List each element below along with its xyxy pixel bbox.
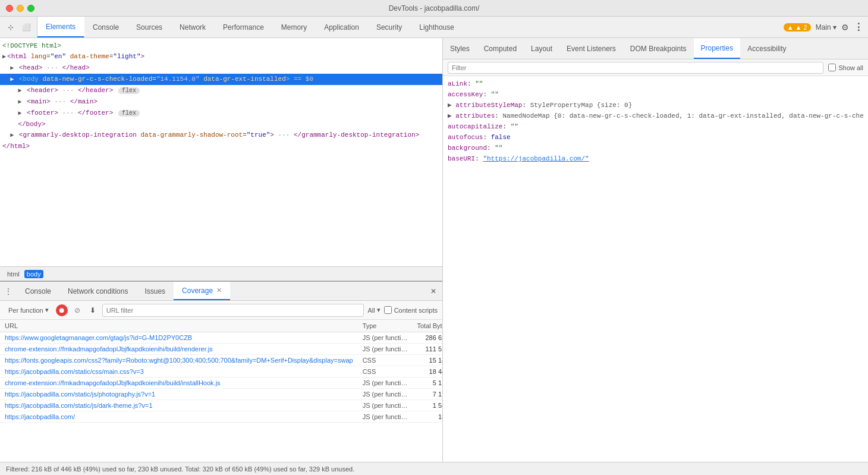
content-scripts-toggle[interactable]: Content scripts <box>384 306 438 314</box>
status-text: Filtered: 216 kB of 446 kB (49%) used so… <box>6 465 354 473</box>
tab-network[interactable]: Network <box>171 17 215 37</box>
row5-total: 5 117 <box>412 378 442 389</box>
tab-properties[interactable]: Properties <box>694 38 741 59</box>
row4-type: CSS <box>358 366 413 378</box>
status-bar: Filtered: 216 kB of 446 kB (49%) used so… <box>0 462 868 475</box>
tree-html-close[interactable]: </html> <box>0 141 442 152</box>
tree-body[interactable]: ▶ <body data-new-gr-c-s-check-loaded="14… <box>0 74 442 85</box>
clear-button[interactable]: ⊘ <box>71 304 83 316</box>
tree-main[interactable]: ▶ <main> ··· </main> <box>0 96 442 108</box>
breadcrumb-body[interactable]: body <box>24 270 43 278</box>
tab-performance[interactable]: Performance <box>215 17 273 37</box>
prop-background: background: "" <box>443 143 868 153</box>
tree-head[interactable]: ▶ <head> ··· </head> <box>0 62 442 74</box>
prop-alink: aLink: "" <box>443 78 868 89</box>
right-panel: Styles Computed Layout Event Listeners D… <box>443 38 868 462</box>
tab-styles[interactable]: Styles <box>443 38 477 59</box>
drawer-more-icon[interactable]: ⋮ <box>0 282 17 300</box>
tab-computed[interactable]: Computed <box>477 38 524 59</box>
tree-grammarly[interactable]: ▶ <grammarly-desktop-integration data-gr… <box>0 130 442 141</box>
tree-body-close[interactable]: </body> <box>0 119 442 130</box>
tab-event-listeners[interactable]: Event Listeners <box>559 38 623 59</box>
row3-url: https://fonts.googleapis.com/css2?family… <box>0 355 358 366</box>
warning-badge[interactable]: ▲ ▲ 2 <box>784 23 811 32</box>
all-filter-dropdown[interactable]: All ▾ <box>367 306 380 314</box>
table-row[interactable]: https://fonts.googleapis.com/css2?family… <box>0 355 442 366</box>
col-type[interactable]: Type <box>358 320 413 332</box>
tree-footer[interactable]: ▶ <footer> ··· </footer> flex <box>0 108 442 119</box>
filter-bar: Show all <box>443 59 868 76</box>
per-function-dropdown[interactable]: Per function ▾ <box>5 305 52 315</box>
table-row[interactable]: chrome-extension://fmkadmapgofadoplJbjfk… <box>0 344 442 355</box>
tab-memory[interactable]: Memory <box>273 17 316 37</box>
row7-type: JS (per functi… <box>358 400 413 411</box>
table-row[interactable]: chrome-extension://fmkadmapgofadoplJbjfk… <box>0 378 442 389</box>
tab-console[interactable]: Console <box>84 17 128 37</box>
col-total-bytes[interactable]: Total Bytes <box>412 320 442 332</box>
tab-layout[interactable]: Layout <box>524 38 559 59</box>
toolbar-icons: ⊹ ⬜ <box>0 17 37 37</box>
content-scripts-label: Content scripts <box>394 307 438 314</box>
prop-attributes[interactable]: ▶ attributes: NamedNodeMap {0: data-new-… <box>443 111 868 121</box>
coverage-close-icon[interactable]: ✕ <box>216 287 222 294</box>
record-button[interactable]: ⏺ <box>56 304 68 316</box>
elements-tree[interactable]: <!DOCTYPE html> ▶<html lang="en" data-th… <box>0 38 442 266</box>
toolbar-right: ▲ ▲ 2 Main ▾ ⚙ ⋮ <box>779 17 868 37</box>
drawer-tab-network-conditions[interactable]: Network conditions <box>59 282 136 300</box>
drawer-tab-coverage[interactable]: Coverage ✕ <box>174 282 230 300</box>
tab-security[interactable]: Security <box>368 17 411 37</box>
maximize-button[interactable] <box>27 5 34 12</box>
breadcrumb-html[interactable]: html <box>5 270 22 278</box>
table-row[interactable]: https://jacobpadilla.com/ JS (per functi… <box>0 411 442 423</box>
properties-filter-input[interactable] <box>448 62 823 74</box>
prop-autofocus: autofocus: false <box>443 132 868 143</box>
row7-url: https://jacobpadilla.com/static/js/dark-… <box>0 400 358 411</box>
row6-total: 7 178 <box>412 389 442 400</box>
tab-accessibility[interactable]: Accessibility <box>740 38 793 59</box>
drawer-tabs: ⋮ Console Network conditions Issues Cove… <box>0 282 442 301</box>
select-element-icon[interactable]: ⊹ <box>5 21 17 33</box>
show-all-checkbox[interactable] <box>828 64 836 71</box>
close-button[interactable] <box>6 5 13 12</box>
main-label[interactable]: Main ▾ <box>816 23 836 32</box>
coverage-table: URL Type Total Bytes Unused Bytes Usage … <box>0 320 442 462</box>
drawer-tab-issues[interactable]: Issues <box>136 282 174 300</box>
row1-total: 286 624 <box>412 332 442 344</box>
settings-icon[interactable]: ⚙ <box>841 23 849 32</box>
col-url[interactable]: URL <box>0 320 358 332</box>
row7-total: 1 537 <box>412 400 442 411</box>
drawer-tab-console[interactable]: Console <box>17 282 59 300</box>
tab-lighthouse[interactable]: Lighthouse <box>411 17 463 37</box>
export-button[interactable]: ⬇ <box>87 304 99 316</box>
row5-url: chrome-extension://fmkadmapgofadoplJbjfk… <box>0 378 358 389</box>
coverage-toolbar: Per function ▾ ⏺ ⊘ ⬇ All ▾ C <box>0 301 442 320</box>
properties-panel[interactable]: aLink: "" accessKey: "" ▶ attributeStyle… <box>443 76 868 462</box>
main-content: <!DOCTYPE html> ▶<html lang="en" data-th… <box>0 38 868 462</box>
row3-total: 15 141 <box>412 355 442 366</box>
window-title: DevTools - jacobpadilla.com/ <box>389 4 480 12</box>
content-scripts-checkbox[interactable] <box>384 306 392 314</box>
coverage-panel: Per function ▾ ⏺ ⊘ ⬇ All ▾ C <box>0 301 442 462</box>
tab-application[interactable]: Application <box>316 17 368 37</box>
table-row[interactable]: https://www.googletagmanager.com/gtag/js… <box>0 332 442 344</box>
prop-attribute-style-map[interactable]: ▶ attributeStyleMap: StylePropertyMap {s… <box>443 100 868 111</box>
tab-dom-breakpoints[interactable]: DOM Breakpoints <box>623 38 694 59</box>
table-row[interactable]: https://jacobpadilla.com/static/js/photo… <box>0 389 442 400</box>
url-filter-input[interactable] <box>102 304 364 317</box>
more-icon[interactable]: ⋮ <box>854 21 863 33</box>
row4-total: 18 442 <box>412 366 442 378</box>
tree-doctype[interactable]: <!DOCTYPE html> <box>0 40 442 51</box>
tab-sources[interactable]: Sources <box>128 17 171 37</box>
drawer-close-icon[interactable]: ✕ <box>424 282 442 300</box>
minimize-button[interactable] <box>17 5 24 12</box>
titlebar: DevTools - jacobpadilla.com/ <box>0 0 868 17</box>
device-toolbar-icon[interactable]: ⬜ <box>20 21 32 33</box>
show-all-label[interactable]: Show all <box>828 64 863 71</box>
right-tabs: Styles Computed Layout Event Listeners D… <box>443 38 868 59</box>
tree-header[interactable]: ▶ <header> ··· </header> flex <box>0 85 442 96</box>
tree-html[interactable]: ▶<html lang="en" data-theme="light"> <box>0 51 442 62</box>
tab-elements[interactable]: Elements <box>37 17 84 37</box>
table-row[interactable]: https://jacobpadilla.com/static/js/dark-… <box>0 400 442 411</box>
bottom-drawer: ⋮ Console Network conditions Issues Cove… <box>0 281 442 462</box>
table-row[interactable]: https://jacobpadilla.com/static/css/main… <box>0 366 442 378</box>
